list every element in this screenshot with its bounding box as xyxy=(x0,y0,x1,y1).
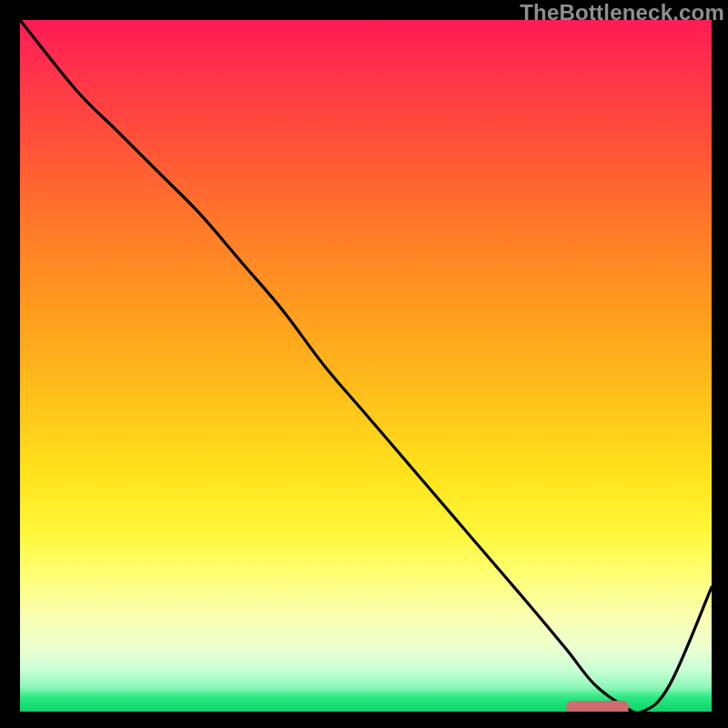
optimal-range-marker xyxy=(566,701,628,712)
bottleneck-curve xyxy=(20,20,712,712)
curve-layer xyxy=(20,20,712,712)
chart-frame: TheBottleneck.com xyxy=(0,0,728,728)
plot-area xyxy=(20,20,712,712)
watermark-text: TheBottleneck.com xyxy=(520,0,724,25)
